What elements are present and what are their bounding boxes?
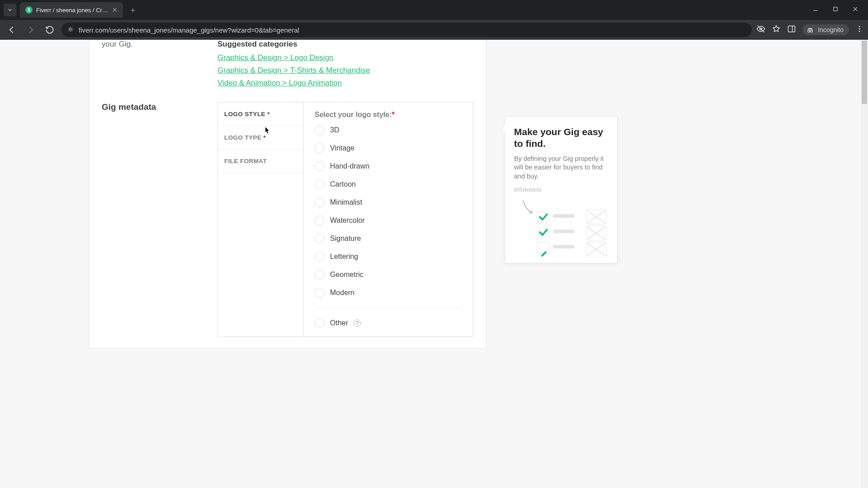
tab-title: Fiverr / sheena jones / Create a	[36, 7, 108, 14]
new-tab-button[interactable]: ＋	[127, 4, 139, 16]
svg-point-6	[859, 26, 860, 27]
svg-rect-0	[834, 7, 837, 11]
option-minimalist[interactable]: Minimalist	[315, 197, 462, 207]
side-panel-icon[interactable]	[787, 24, 796, 35]
helper-text-truncated: your Gig.	[102, 40, 205, 49]
suggested-category-link[interactable]: Graphics & Design > Logo Design	[217, 53, 473, 62]
option-cartoon[interactable]: Cartoon	[315, 179, 462, 189]
scrollbar-thumb[interactable]	[862, 41, 867, 104]
option-signature[interactable]: Signature	[315, 234, 462, 244]
option-geometric[interactable]: Geometric	[315, 270, 462, 280]
address-bar-url: fiverr.com/users/sheena_jones/manage_gig…	[79, 26, 299, 34]
incognito-icon	[806, 27, 814, 33]
svg-point-7	[859, 28, 860, 30]
tab-search-button[interactable]	[4, 4, 16, 16]
svg-point-1	[70, 28, 71, 30]
svg-point-8	[859, 31, 860, 32]
incognito-label: Incognito	[818, 26, 844, 33]
window-minimize-icon[interactable]	[810, 6, 821, 14]
option-other[interactable]: Other ?	[315, 318, 462, 328]
tracking-off-icon[interactable]	[756, 24, 765, 35]
browser-tab[interactable]: fi Fiverr / sheena jones / Create a ✕	[20, 2, 123, 18]
window-close-icon[interactable]	[850, 6, 861, 14]
tip-title: Make your Gig easy to find.	[514, 126, 608, 150]
nav-reload-button[interactable]	[42, 23, 57, 37]
nav-forward-button[interactable]	[24, 23, 38, 37]
address-bar[interactable]: fiverr.com/users/sheena_jones/manage_gig…	[61, 23, 752, 37]
nav-back-button[interactable]	[5, 23, 19, 37]
svg-rect-13	[553, 230, 575, 233]
meta-tab-logo-style[interactable]: LOGO STYLE *	[218, 103, 303, 126]
vertical-scrollbar[interactable]	[861, 40, 868, 488]
gig-form-card: your Gig. Suggested categories Graphics …	[89, 40, 486, 348]
fiverr-favicon-icon: fi	[25, 6, 33, 14]
svg-point-5	[811, 30, 813, 33]
browser-toolbar: fiverr.com/users/sheena_jones/manage_gig…	[0, 20, 868, 40]
gig-metadata-box: LOGO STYLE * LOGO TYPE * FILE FORMAT Sel…	[217, 102, 473, 337]
meta-tab-logo-type[interactable]: LOGO TYPE *	[218, 126, 303, 150]
pane-title: Select your logo style:*	[315, 111, 462, 119]
svg-rect-10	[553, 214, 575, 218]
window-titlebar: fi Fiverr / sheena jones / Create a ✕ ＋	[0, 0, 868, 20]
svg-point-4	[808, 30, 810, 33]
suggested-categories-heading: Suggested categories	[217, 40, 473, 49]
incognito-indicator[interactable]: Incognito	[802, 24, 849, 35]
tip-card: Make your Gig easy to find. By defining …	[505, 117, 618, 263]
svg-rect-16	[553, 245, 575, 249]
close-tab-icon[interactable]: ✕	[112, 6, 118, 14]
gig-metadata-label: Gig metadata	[102, 102, 205, 337]
option-lettering[interactable]: Lettering	[315, 252, 462, 262]
tip-body: By defining your Gig properly it will be…	[514, 155, 608, 181]
site-info-icon[interactable]	[67, 26, 74, 34]
window-maximize-icon[interactable]	[830, 6, 841, 14]
help-icon[interactable]: ?	[354, 319, 361, 327]
tip-illustration: refinement	[514, 185, 608, 257]
meta-tab-file-format[interactable]: FILE FORMAT	[218, 150, 303, 173]
options-divider	[315, 308, 462, 308]
suggested-category-link[interactable]: Graphics & Design > T-Shirts & Merchandi…	[217, 66, 473, 75]
option-vintage[interactable]: Vintage	[315, 143, 462, 153]
svg-rect-15	[538, 242, 549, 253]
option-watercolor[interactable]: Watercolor	[315, 216, 462, 225]
option-hand-drawn[interactable]: Hand-drawn	[315, 161, 462, 171]
suggested-category-link[interactable]: Video & Animation > Logo Animation	[217, 79, 473, 88]
svg-rect-3	[788, 26, 795, 32]
logo-style-options: 3D Vintage Hand-drawn Cartoon Minimalist…	[315, 125, 462, 328]
option-3d[interactable]: 3D	[315, 125, 462, 135]
bookmark-star-icon[interactable]	[772, 24, 781, 35]
kebab-menu-icon[interactable]	[855, 25, 863, 35]
option-modern[interactable]: Modern	[315, 288, 462, 298]
